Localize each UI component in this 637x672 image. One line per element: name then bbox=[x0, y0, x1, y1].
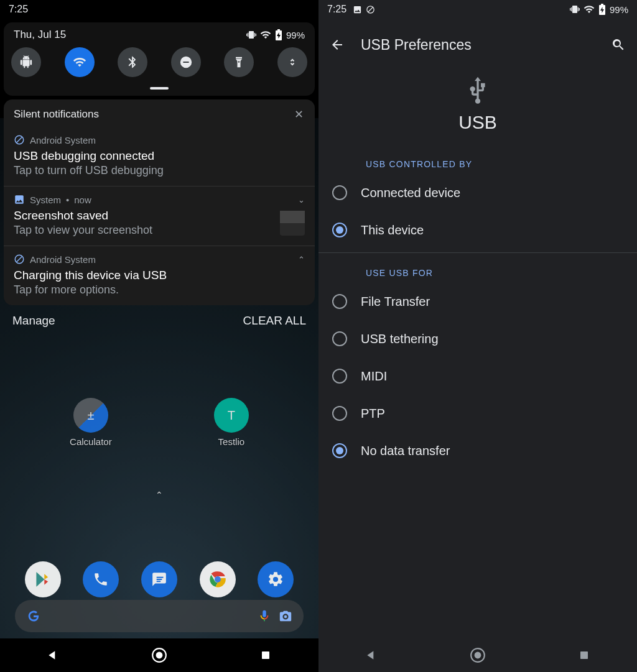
vibrate-icon bbox=[246, 30, 256, 40]
notif-app: Android System bbox=[30, 135, 96, 145]
radio-icon bbox=[332, 294, 347, 309]
close-icon[interactable]: ✕ bbox=[292, 108, 305, 121]
dock bbox=[0, 561, 318, 597]
radio-icon bbox=[332, 406, 347, 421]
app-messages[interactable] bbox=[141, 561, 177, 597]
qs-tile-bluetooth[interactable] bbox=[118, 47, 147, 77]
silent-notifications-card: Silent notifications ✕ Android System US… bbox=[4, 99, 315, 305]
qs-date: Thu, Jul 15 bbox=[14, 29, 66, 41]
image-icon bbox=[14, 194, 25, 205]
clear-all-button[interactable]: CLEAR ALL bbox=[243, 314, 306, 328]
status-bar-right: 7:25 99% bbox=[318, 0, 637, 19]
app-calculator[interactable]: ± Calculator bbox=[70, 398, 112, 447]
notification-screenshot[interactable]: System • now ⌄ Screenshot saved Tap to v… bbox=[4, 186, 315, 246]
radio-file-transfer[interactable]: File Transfer bbox=[318, 283, 637, 320]
radio-icon bbox=[332, 443, 347, 458]
radio-icon bbox=[332, 223, 347, 237]
notif-app: System bbox=[30, 195, 61, 205]
google-g-icon bbox=[26, 609, 41, 624]
svg-rect-15 bbox=[580, 651, 588, 659]
app-testlio[interactable]: T Testlio bbox=[214, 398, 249, 447]
chevron-up-icon[interactable]: ⌃ bbox=[298, 255, 305, 264]
qs-tile-dnd[interactable] bbox=[171, 47, 201, 77]
mic-icon[interactable] bbox=[258, 609, 271, 623]
quick-settings-panel: Thu, Jul 15 99% bbox=[4, 22, 315, 96]
status-icons: 99% bbox=[246, 29, 305, 40]
home-apps-row: ± Calculator T Testlio bbox=[0, 398, 318, 447]
nav-home[interactable] bbox=[468, 646, 487, 665]
notif-when: now bbox=[74, 195, 91, 205]
app-play-store[interactable] bbox=[25, 561, 61, 597]
image-icon bbox=[353, 5, 362, 14]
qs-tile-android[interactable] bbox=[11, 47, 41, 77]
radio-midi[interactable]: MIDI bbox=[318, 357, 637, 395]
notif-app: Android System bbox=[30, 254, 96, 265]
notif-title: Screenshot saved bbox=[14, 209, 274, 223]
back-arrow-icon[interactable] bbox=[330, 37, 345, 52]
nav-recent[interactable] bbox=[256, 646, 275, 665]
svg-line-3 bbox=[17, 257, 22, 262]
section-controlled-by: USB CONTROLLED BY bbox=[318, 148, 637, 174]
notif-title: USB debugging connected bbox=[14, 149, 305, 163]
svg-line-12 bbox=[368, 7, 373, 12]
notification-usb-debugging[interactable]: Android System USB debugging connected T… bbox=[4, 127, 315, 186]
radio-ptp[interactable]: PTP bbox=[318, 395, 637, 432]
manage-button[interactable]: Manage bbox=[12, 314, 55, 328]
svg-rect-10 bbox=[262, 651, 269, 659]
nav-home[interactable] bbox=[150, 646, 169, 665]
radio-connected-device[interactable]: Connected device bbox=[318, 174, 637, 211]
section-use-usb-for: USE USB FOR bbox=[318, 257, 637, 283]
wifi-icon bbox=[260, 29, 271, 40]
clock: 7:25 bbox=[327, 4, 346, 15]
notif-body: Tap to view your screenshot bbox=[14, 224, 274, 237]
nav-recent[interactable] bbox=[575, 646, 593, 665]
appbar-title: USB Preferences bbox=[361, 37, 595, 53]
radio-usb-tethering[interactable]: USB tethering bbox=[318, 320, 637, 357]
battery-percentage: 99% bbox=[286, 30, 305, 40]
search-icon[interactable] bbox=[611, 37, 626, 52]
nosign-icon bbox=[14, 254, 25, 265]
appbar: USB Preferences bbox=[318, 25, 637, 65]
qs-expand-handle[interactable] bbox=[150, 87, 169, 90]
svg-point-9 bbox=[156, 652, 163, 659]
notif-title: Charging this device via USB bbox=[14, 269, 305, 282]
divider bbox=[318, 252, 637, 253]
qs-tile-autorotate[interactable] bbox=[277, 47, 307, 77]
notif-body: Tap for more options. bbox=[14, 283, 305, 297]
notif-body: Tap to turn off USB debugging bbox=[14, 164, 305, 177]
radio-icon bbox=[332, 369, 347, 384]
qs-tile-wifi[interactable] bbox=[65, 47, 95, 77]
radio-this-device[interactable]: This device bbox=[318, 211, 637, 249]
nosign-icon bbox=[14, 134, 25, 145]
radio-no-data-transfer[interactable]: No data transfer bbox=[318, 432, 637, 469]
battery-icon bbox=[598, 4, 606, 15]
screenshot-thumbnail[interactable] bbox=[280, 211, 305, 236]
shade-actions: Manage CLEAR ALL bbox=[0, 305, 318, 336]
nav-bar-right bbox=[318, 638, 637, 672]
nav-back[interactable] bbox=[362, 646, 381, 665]
app-phone[interactable] bbox=[83, 561, 119, 597]
battery-icon bbox=[275, 29, 282, 40]
vibrate-icon bbox=[570, 4, 580, 14]
chevron-down-icon[interactable]: ⌄ bbox=[298, 195, 305, 205]
svg-point-14 bbox=[475, 652, 481, 659]
nosign-icon bbox=[366, 5, 375, 14]
app-settings[interactable] bbox=[258, 561, 294, 597]
silent-header: Silent notifications bbox=[14, 108, 292, 121]
usb-hero: USB bbox=[318, 65, 637, 148]
notification-charging[interactable]: Android System ⌃ Charging this device vi… bbox=[4, 246, 315, 305]
google-search-bar[interactable] bbox=[15, 600, 304, 632]
svg-line-1 bbox=[17, 137, 22, 143]
radio-icon bbox=[332, 185, 347, 200]
nav-bar-left bbox=[0, 638, 318, 672]
usb-icon bbox=[465, 76, 490, 107]
status-bar-left: 7:25 bbox=[0, 0, 318, 19]
usb-hero-label: USB bbox=[458, 112, 497, 133]
qs-tile-flashlight[interactable] bbox=[224, 47, 254, 77]
lens-icon[interactable] bbox=[279, 609, 292, 623]
app-chrome[interactable] bbox=[200, 561, 236, 597]
app-drawer-hint-icon[interactable]: ⌃ bbox=[156, 490, 163, 500]
nav-back[interactable] bbox=[44, 646, 62, 665]
qs-tiles-row bbox=[9, 47, 310, 81]
battery-percentage: 99% bbox=[610, 4, 628, 15]
